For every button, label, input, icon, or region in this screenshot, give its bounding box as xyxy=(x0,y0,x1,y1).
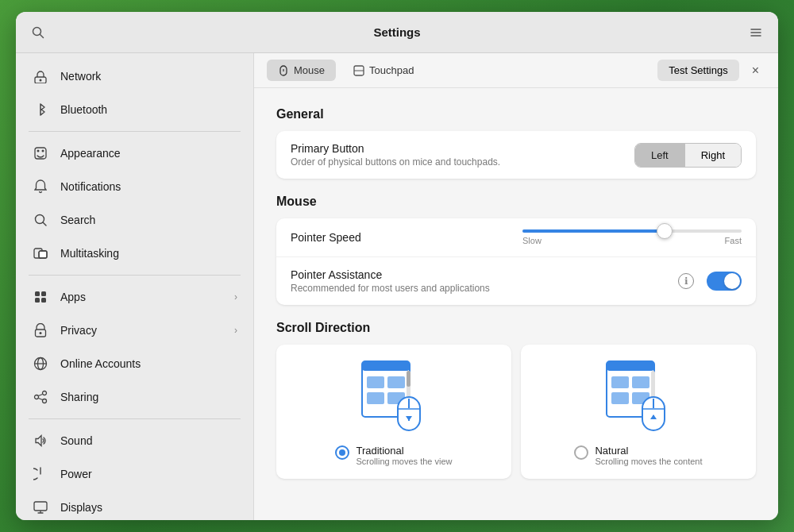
svg-rect-49 xyxy=(607,361,654,371)
pointer-assistance-info-icon[interactable]: ℹ xyxy=(678,273,694,289)
pointer-speed-thumb[interactable] xyxy=(657,223,673,239)
search-sidebar-icon xyxy=(32,211,49,229)
sidebar-item-apps-label: Apps xyxy=(60,291,223,303)
network-icon xyxy=(32,67,49,85)
notifications-icon xyxy=(32,178,49,195)
svg-point-9 xyxy=(42,150,44,152)
svg-line-27 xyxy=(39,395,43,396)
sidebar-item-notifications-label: Notifications xyxy=(60,180,237,193)
sidebar-item-search[interactable]: Search xyxy=(16,203,253,237)
sidebar-item-multitasking[interactable]: Multitasking xyxy=(16,237,253,270)
svg-rect-51 xyxy=(632,376,649,388)
sidebar-item-sharing[interactable]: Sharing xyxy=(16,380,253,414)
natural-scroll-image xyxy=(599,357,678,437)
pointer-assistance-toggle[interactable] xyxy=(707,272,742,291)
pointer-speed-label: Pointer Speed xyxy=(291,231,510,244)
slider-labels: Slow Fast xyxy=(522,236,742,245)
titlebar-search-area xyxy=(29,23,68,42)
sound-icon xyxy=(32,432,49,449)
svg-rect-37 xyxy=(362,361,410,371)
displays-icon xyxy=(32,499,49,516)
pointer-speed-track[interactable] xyxy=(522,229,742,233)
privacy-icon xyxy=(32,322,49,339)
sidebar-item-online-accounts[interactable]: Online Accounts xyxy=(16,347,253,380)
power-icon xyxy=(32,465,49,483)
right-button[interactable]: Right xyxy=(684,144,741,167)
sidebar-item-privacy[interactable]: Privacy › xyxy=(16,314,253,347)
sidebar-item-sharing-label: Sharing xyxy=(60,391,237,403)
svg-line-11 xyxy=(43,222,46,226)
sidebar-item-apps[interactable]: Apps › xyxy=(16,280,253,314)
apps-chevron-icon: › xyxy=(234,291,237,303)
sidebar-item-power-label: Power xyxy=(60,468,237,480)
menu-button[interactable] xyxy=(746,23,765,42)
tab-mouse[interactable]: Mouse xyxy=(267,60,336,81)
touchpad-tab-icon xyxy=(353,65,364,76)
traditional-radio[interactable] xyxy=(335,445,349,460)
svg-point-26 xyxy=(43,399,47,403)
sidebar-item-sound[interactable]: Sound xyxy=(16,424,253,457)
scroll-card-traditional[interactable]: Traditional Scrolling moves the view xyxy=(276,345,511,479)
left-right-toggle: Left Right xyxy=(634,143,742,168)
svg-point-24 xyxy=(43,391,47,395)
sidebar-item-sound-label: Sound xyxy=(60,434,237,447)
tab-bar: Mouse Touchpad Test Settings × xyxy=(254,53,778,88)
svg-line-28 xyxy=(39,399,43,400)
sidebar-item-network[interactable]: Network xyxy=(16,60,253,93)
sidebar-item-displays[interactable]: Displays xyxy=(16,491,253,520)
pointer-speed-row: Pointer Speed Slow Fast xyxy=(276,218,756,256)
left-button[interactable]: Left xyxy=(635,144,684,167)
search-button[interactable] xyxy=(29,23,48,42)
divider-3 xyxy=(29,418,241,419)
pointer-assistance-description: Recommended for most users and applicati… xyxy=(291,283,665,294)
svg-rect-18 xyxy=(41,298,46,303)
divider-1 xyxy=(29,131,241,132)
settings-scroll-content: General Primary Button Order of physical… xyxy=(254,88,778,520)
tab-touchpad[interactable]: Touchpad xyxy=(342,60,425,81)
sidebar-item-bluetooth-label: Bluetooth xyxy=(60,103,237,116)
primary-button-description: Order of physical buttons on mice and to… xyxy=(291,156,622,168)
scroll-direction-title: Scroll Direction xyxy=(276,321,756,335)
svg-rect-17 xyxy=(35,298,40,303)
scroll-card-natural[interactable]: Natural Scrolling moves the content xyxy=(521,345,756,479)
sidebar: Network Bluetooth xyxy=(16,53,254,520)
svg-point-20 xyxy=(40,332,42,334)
slider-fast-label: Fast xyxy=(725,236,742,245)
sidebar-item-power[interactable]: Power xyxy=(16,457,253,491)
test-settings-button[interactable]: Test Settings xyxy=(657,60,738,81)
svg-point-8 xyxy=(37,150,40,152)
hamburger-icon xyxy=(750,26,762,39)
apps-icon xyxy=(32,288,49,306)
traditional-radio-row: Traditional Scrolling moves the view xyxy=(335,445,452,466)
mouse-card: Pointer Speed Slow Fast xyxy=(276,218,756,305)
svg-line-1 xyxy=(40,34,44,37)
traditional-radio-label: Traditional Scrolling moves the view xyxy=(356,445,452,466)
close-tab-button[interactable]: × xyxy=(746,60,765,81)
divider-2 xyxy=(29,275,241,276)
window-content: Network Bluetooth xyxy=(16,53,778,520)
natural-radio[interactable] xyxy=(574,445,588,460)
titlebar-menu-area xyxy=(726,23,765,42)
sidebar-item-notifications[interactable]: Notifications xyxy=(16,170,253,203)
svg-rect-16 xyxy=(41,291,46,296)
search-icon xyxy=(32,26,44,39)
sidebar-item-network-label: Network xyxy=(60,70,237,83)
pointer-assistance-info: Pointer Assistance Recommended for most … xyxy=(291,268,665,294)
sidebar-item-bluetooth[interactable]: Bluetooth xyxy=(16,93,253,126)
sidebar-item-privacy-label: Privacy xyxy=(60,324,223,337)
pointer-assistance-label: Pointer Assistance xyxy=(291,268,665,281)
natural-radio-row: Natural Scrolling moves the content xyxy=(574,445,702,466)
natural-radio-label: Natural Scrolling moves the content xyxy=(595,445,702,466)
sidebar-item-search-label: Search xyxy=(60,214,237,226)
online-accounts-icon xyxy=(32,355,49,372)
toggle-knob xyxy=(724,273,740,289)
svg-rect-13 xyxy=(39,251,47,258)
sidebar-item-appearance[interactable]: Appearance xyxy=(16,137,253,170)
appearance-icon xyxy=(32,145,49,162)
svg-rect-15 xyxy=(35,291,40,296)
primary-button-info: Primary Button Order of physical buttons… xyxy=(291,142,622,168)
mouse-section-title: Mouse xyxy=(276,195,756,209)
pointer-assistance-row: Pointer Assistance Recommended for most … xyxy=(276,256,756,305)
svg-rect-38 xyxy=(367,376,384,388)
mouse-tab-icon xyxy=(278,65,289,76)
